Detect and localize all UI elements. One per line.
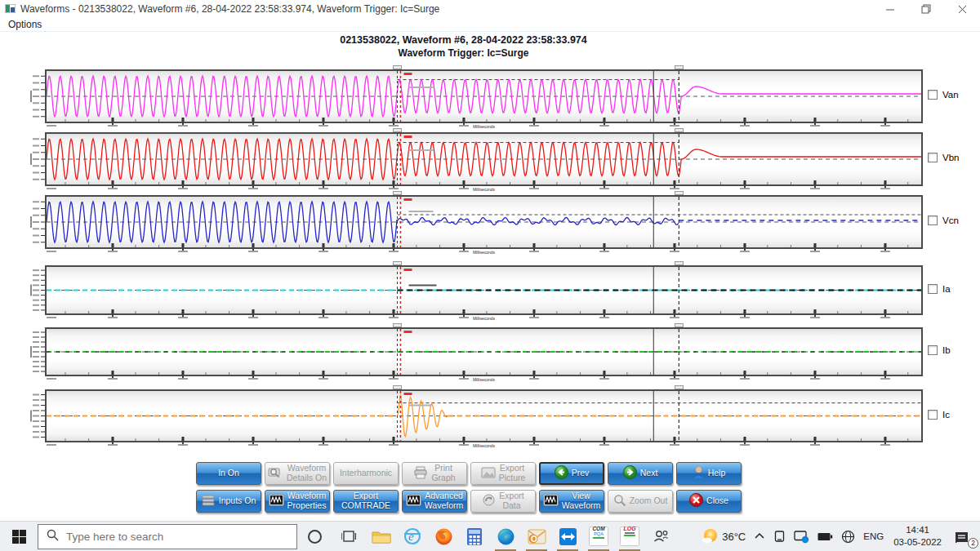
y-axis-vbn bbox=[30, 132, 45, 186]
channel-checkbox-vcn[interactable]: Vcn bbox=[928, 216, 959, 225]
edge-icon[interactable] bbox=[490, 522, 521, 551]
taskbar-apps: eOCOMPQALOG bbox=[366, 522, 676, 551]
button-label: Print Graph bbox=[431, 464, 455, 482]
next-button[interactable]: Next bbox=[608, 462, 673, 485]
checkbox-box-vbn[interactable] bbox=[928, 153, 938, 162]
view-waveform-button[interactable]: View Waveform bbox=[539, 490, 604, 513]
network-globe-icon[interactable] bbox=[837, 522, 859, 551]
export-data-icon bbox=[482, 494, 496, 509]
task-view-icon[interactable] bbox=[332, 522, 366, 551]
notifications-icon[interactable]: 2 bbox=[947, 522, 975, 551]
button-label: Help bbox=[708, 469, 726, 478]
waveform-plot-van[interactable] bbox=[45, 69, 923, 123]
x-tick-label bbox=[529, 317, 539, 318]
x-tick-label bbox=[47, 251, 56, 252]
magnifier-screen-icon bbox=[268, 466, 283, 482]
file-explorer-icon[interactable] bbox=[366, 522, 397, 551]
com-pqa-icon[interactable]: COMPQA bbox=[583, 522, 614, 551]
log-viewer-icon[interactable]: LOG bbox=[614, 522, 645, 551]
waveform-plot-vcn[interactable] bbox=[45, 195, 923, 249]
svg-text:O: O bbox=[531, 535, 537, 544]
checkbox-box-ia[interactable] bbox=[928, 284, 938, 294]
waveform-plot-ia[interactable] bbox=[45, 265, 923, 315]
x-tick-label bbox=[740, 125, 750, 127]
firefox-icon[interactable] bbox=[428, 522, 459, 551]
outlook-icon[interactable]: O bbox=[521, 522, 552, 551]
waveform-properties-button[interactable]: Waveform Properties bbox=[265, 490, 330, 513]
x-tick-label bbox=[318, 444, 328, 446]
clock-time: 14:41 bbox=[893, 524, 942, 536]
taskbar: eOCOMPQALOG 36°C ENG bbox=[0, 521, 980, 551]
advanced-waveform-button[interactable]: Advanced Waveform bbox=[402, 490, 467, 513]
x-tick-label bbox=[389, 444, 399, 446]
x-tick-label bbox=[108, 125, 118, 127]
weather-sun-icon[interactable]: 36°C bbox=[698, 522, 750, 551]
waveform-svg-ib bbox=[47, 329, 921, 375]
cursor-tag bbox=[675, 385, 684, 389]
svg-text:e: e bbox=[408, 530, 414, 543]
checkbox-box-vcn[interactable] bbox=[928, 216, 938, 225]
search-input[interactable] bbox=[66, 531, 262, 543]
waveform-plot-vbn[interactable] bbox=[45, 132, 923, 186]
in-on-button[interactable]: In On bbox=[196, 462, 261, 485]
export-comtrade-button[interactable]: Export COMTRADE bbox=[333, 490, 399, 513]
screen-with-dot-icon[interactable] bbox=[790, 522, 813, 551]
x-tick-label bbox=[47, 188, 56, 189]
waveform-plot-ib[interactable] bbox=[45, 327, 923, 376]
cortana-icon[interactable] bbox=[297, 522, 332, 551]
x-tick-label bbox=[880, 317, 890, 318]
waveform-svg-vbn bbox=[47, 134, 921, 184]
x-tick-label bbox=[880, 444, 890, 446]
y-axis-ib bbox=[30, 327, 45, 376]
x-tick-label bbox=[318, 125, 328, 127]
internet-explorer-icon[interactable]: e bbox=[397, 522, 428, 551]
x-axis-label: Milliseconds bbox=[456, 250, 513, 255]
trigger-tag bbox=[393, 65, 402, 69]
x-tick-label bbox=[389, 378, 399, 380]
taskbar-clock[interactable]: 14:41 03-05-2022 bbox=[888, 524, 947, 549]
y-axis-ia bbox=[30, 265, 45, 315]
teamviewer-icon[interactable] bbox=[552, 522, 583, 551]
language-indicator[interactable]: ENG bbox=[859, 522, 888, 551]
x-tick-label bbox=[108, 444, 118, 446]
checkbox-box-van[interactable] bbox=[928, 90, 938, 100]
x-tick-label bbox=[599, 188, 609, 189]
close-red-icon bbox=[689, 493, 703, 509]
waveform-plot-ic[interactable] bbox=[45, 389, 923, 442]
button-label: Waveform Details On bbox=[287, 464, 327, 482]
button-label: Prev bbox=[572, 469, 590, 478]
close-button[interactable]: Close bbox=[676, 490, 742, 513]
person-icon bbox=[693, 466, 705, 482]
battery-icon[interactable] bbox=[813, 522, 837, 551]
help-button[interactable]: Help bbox=[676, 462, 742, 485]
channel-checkbox-ia[interactable]: Ia bbox=[928, 284, 951, 294]
tablet-icon[interactable] bbox=[769, 522, 790, 551]
checkbox-box-ic[interactable] bbox=[928, 410, 938, 420]
x-tick-label bbox=[599, 317, 609, 318]
y-axis-van bbox=[30, 69, 45, 123]
clock-date: 03-05-2022 bbox=[893, 536, 942, 549]
start-button[interactable] bbox=[0, 522, 38, 551]
cursor-tag bbox=[675, 261, 684, 265]
x-tick-label bbox=[318, 188, 328, 189]
x-tick-label bbox=[47, 444, 56, 446]
inputs-on-button[interactable]: Inputs On bbox=[196, 490, 261, 513]
people-icon[interactable] bbox=[645, 522, 676, 551]
button-label: Zoom Out bbox=[630, 496, 668, 506]
calculator-icon[interactable] bbox=[459, 522, 490, 551]
x-tick-label bbox=[810, 251, 820, 252]
channel-checkbox-van[interactable]: Van bbox=[928, 90, 959, 100]
button-label: Export COMTRADE bbox=[341, 491, 390, 510]
chevron-up-icon[interactable] bbox=[750, 522, 769, 551]
button-label: Inputs On bbox=[219, 496, 256, 506]
channel-checkbox-ib[interactable]: Ib bbox=[928, 345, 951, 355]
cursor-tag bbox=[675, 323, 684, 327]
prev-button[interactable]: Prev bbox=[539, 462, 604, 485]
checkbox-box-ib[interactable] bbox=[928, 345, 938, 355]
channel-checkbox-vbn[interactable]: Vbn bbox=[928, 153, 959, 162]
x-tick-label bbox=[248, 251, 258, 252]
taskbar-search[interactable] bbox=[38, 524, 297, 549]
channel-checkbox-ic[interactable]: Ic bbox=[928, 410, 950, 420]
waveform-details-on-button: Waveform Details On bbox=[265, 462, 330, 485]
x-tick-label bbox=[529, 251, 539, 252]
